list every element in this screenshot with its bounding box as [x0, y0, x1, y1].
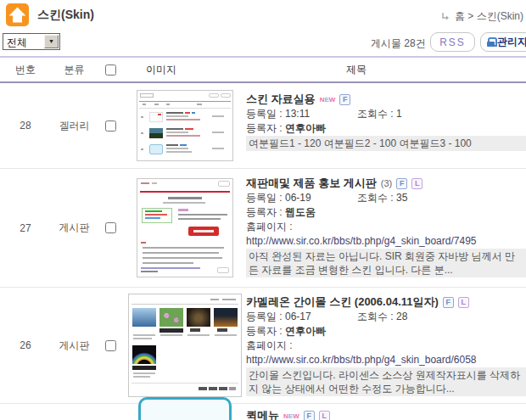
homepage-label: 홈페이지 : — [246, 339, 526, 353]
rss-button[interactable]: RSS — [430, 32, 475, 52]
homepage-url: http://www.sir.co.kr/bbs/tb.php/g4_skin_… — [246, 234, 526, 249]
post-meta: 등록일 : 06-19조회수 : 35 — [246, 191, 526, 205]
row-checkbox[interactable] — [105, 340, 116, 351]
table-row: 28 겔러리 — [0, 83, 526, 169]
homepage-url: http://www.sir.co.kr/bbs/tb.php/g4_skin_… — [246, 353, 526, 367]
post-category[interactable]: 게시판 — [51, 169, 98, 287]
file-badge-icon: F — [396, 178, 407, 189]
post-date: 06-19 — [285, 192, 311, 204]
breadcrumb[interactable]: 홈 > 스킨(Skin) — [440, 9, 523, 24]
post-views: 35 — [396, 192, 407, 204]
post-date: 13:11 — [285, 108, 310, 120]
new-badge: NEW — [320, 96, 336, 104]
home-icon — [6, 3, 29, 26]
category-select-value: 전체 — [7, 36, 27, 50]
column-header-number: 번호 — [0, 63, 51, 77]
rss-button-label: RSS — [439, 36, 466, 48]
post-author: 연후아빠 — [285, 325, 326, 337]
row-checkbox[interactable] — [105, 222, 116, 233]
post-author-line: 등록자 : 연후아빠 — [246, 121, 526, 136]
row-checkbox[interactable] — [105, 120, 116, 132]
admin-button-label: 관리자 — [497, 35, 526, 49]
link-badge-icon: L — [458, 297, 469, 308]
post-number: 28 — [0, 83, 51, 168]
table-row: 퀵메뉴 NEW F L — [0, 404, 526, 420]
post-number: 27 — [0, 169, 51, 287]
page-title: 스킨(Skin) — [37, 8, 94, 23]
post-title-link[interactable]: 재판매및 제품 홍보 게시판 — [246, 176, 377, 191]
table-header: 번호 분류 이미지 제목 — [0, 56, 526, 83]
post-summary: 아직 완성된 자료는 아닙니다. SIR 회원중 자바방 님께서 만든 자료를 … — [246, 249, 526, 277]
breadcrumb-text: 홈 > 스킨(Skin) — [455, 9, 523, 24]
link-badge-icon: L — [411, 178, 422, 189]
table-row: 26 게시판 — [0, 288, 526, 404]
post-author: 연후아빠 — [285, 122, 326, 134]
file-badge-icon: F — [443, 297, 454, 308]
board-page: { "header": { "title": "스킨(Skin)", "brea… — [0, 0, 526, 420]
lock-icon — [487, 37, 495, 47]
table-row: 27 게시판 — [0, 169, 526, 288]
file-badge-icon: F — [339, 94, 350, 105]
post-category[interactable]: 게시판 — [51, 288, 98, 403]
admin-button[interactable]: 관리자 — [480, 32, 526, 52]
post-number: 26 — [0, 288, 51, 403]
post-meta: 등록일 : 06-17조회수 : 28 — [246, 310, 526, 324]
post-date: 06-17 — [285, 311, 311, 322]
post-author: 웹도움 — [285, 206, 316, 218]
column-header-category: 분류 — [51, 63, 98, 77]
post-thumbnail[interactable] — [138, 397, 232, 420]
corner-arrow-icon — [440, 12, 450, 21]
post-views: 28 — [396, 311, 407, 322]
select-all-checkbox[interactable] — [105, 64, 116, 76]
post-author-line: 등록자 : 연후아빠 — [246, 324, 526, 339]
post-thumbnail[interactable] — [137, 90, 233, 161]
post-title-link[interactable]: 카멜레온 간이몰 스킨 (2006.04.11일자) — [246, 294, 439, 310]
new-badge: NEW — [283, 412, 299, 420]
link-badge-icon: L — [319, 411, 330, 420]
post-count: 게시물 28건 — [371, 36, 426, 51]
post-thumbnail[interactable] — [137, 178, 233, 277]
column-header-image: 이미지 — [146, 63, 176, 77]
post-views: 1 — [396, 108, 402, 120]
column-header-title: 제목 — [346, 64, 367, 76]
post-list: 28 겔러리 — [0, 83, 526, 420]
category-select[interactable]: 전체 ▼ — [3, 33, 60, 50]
post-author-line: 등록자 : 웹도움 — [246, 205, 526, 220]
post-thumbnail[interactable] — [128, 294, 242, 397]
extra-fields: 여분필드1 - 120 여분필드2 - 100 여분필드3 - 100 — [246, 136, 526, 151]
select-dropdown-arrow-icon[interactable]: ▼ — [44, 35, 59, 48]
post-category[interactable]: 겔러리 — [51, 83, 98, 168]
comment-count: (3) — [381, 178, 392, 188]
homepage-label: 홈페이지 : — [246, 220, 526, 234]
post-title-link[interactable]: 퀵메뉴 — [246, 408, 279, 420]
post-meta: 등록일 : 13:11조회수 : 1 — [246, 107, 526, 121]
post-summary: 간이몰 스킨입니다. 라이센스 소스상 원제작자표시를 삭제하지 않는 상태에서… — [246, 367, 526, 396]
post-title-link[interactable]: 스킨 자료실용 — [246, 92, 316, 107]
file-badge-icon: F — [304, 411, 315, 420]
